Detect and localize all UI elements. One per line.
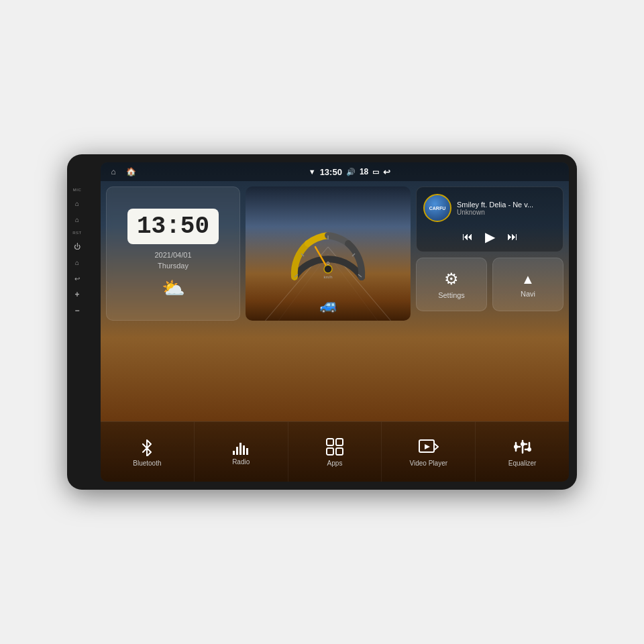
main-screen: ⌂ 🏠 ▼ 13:50 🔊 18 ▭ ↩ 13:50 bbox=[101, 162, 569, 482]
right-panel: CARFU Smiley ft. Delia - Ne v... Unknown… bbox=[416, 186, 564, 321]
prev-button[interactable]: ⏮ bbox=[462, 231, 473, 243]
volume-icon: 🔊 bbox=[346, 168, 356, 176]
speed-widget: 0 km/h 🚙 bbox=[246, 186, 411, 321]
music-info: Smiley ft. Delia - Ne v... Unknown bbox=[457, 201, 556, 216]
back-nav-icon[interactable]: ↩ bbox=[383, 167, 390, 177]
device: MIC ⌂ ⌂ RST ⏻ ⌂ ↩ + − ⌂ 🏠 ▼ 13:50 🔊 18 ▭… bbox=[67, 154, 577, 490]
svg-point-33 bbox=[527, 447, 531, 451]
bluetooth-icon bbox=[138, 437, 156, 456]
music-logo: CARFU bbox=[423, 194, 451, 222]
svg-marker-23 bbox=[434, 443, 438, 450]
svg-rect-16 bbox=[243, 445, 245, 455]
equalizer-item[interactable]: Equalizer bbox=[476, 422, 569, 482]
volume-level: 18 bbox=[360, 167, 368, 176]
video-icon bbox=[419, 437, 439, 456]
status-left: ⌂ 🏠 bbox=[107, 166, 137, 178]
status-bar: ⌂ 🏠 ▼ 13:50 🔊 18 ▭ ↩ bbox=[101, 162, 569, 181]
radio-label: Radio bbox=[232, 458, 250, 466]
video-label: Video Player bbox=[410, 460, 448, 467]
mic-label: MIC bbox=[73, 188, 82, 192]
clock-display: 13:50 bbox=[127, 209, 219, 244]
svg-rect-13 bbox=[233, 451, 235, 455]
svg-text:km/h: km/h bbox=[323, 275, 332, 279]
svg-rect-18 bbox=[327, 439, 333, 445]
app-bar: Bluetooth Radio bbox=[101, 421, 569, 482]
svg-rect-14 bbox=[236, 447, 238, 455]
side-buttons: MIC ⌂ ⌂ RST ⏻ ⌂ ↩ + − bbox=[72, 188, 82, 315]
settings-icon: ⚙ bbox=[444, 270, 459, 288]
svg-point-27 bbox=[514, 445, 518, 449]
svg-rect-17 bbox=[246, 448, 248, 455]
next-button[interactable]: ⏭ bbox=[507, 231, 518, 243]
home-button[interactable]: ⌂ bbox=[72, 258, 82, 267]
music-controls: ⏮ ▶ ⏭ bbox=[423, 229, 556, 245]
svg-point-6 bbox=[324, 265, 332, 273]
radio-item[interactable]: Radio bbox=[195, 422, 288, 482]
svg-text:0: 0 bbox=[327, 261, 329, 266]
equalizer-icon bbox=[513, 437, 532, 456]
svg-point-30 bbox=[521, 442, 525, 446]
wifi-icon: ▼ bbox=[309, 168, 316, 176]
bluetooth-label: Bluetooth bbox=[133, 460, 161, 467]
svg-rect-15 bbox=[239, 443, 241, 455]
music-title: Smiley ft. Delia - Ne v... bbox=[457, 201, 556, 209]
top-row: 13:50 2021/04/01 Thursday ⛅ bbox=[106, 186, 564, 321]
radio-icon bbox=[231, 439, 250, 455]
main-content: 13:50 2021/04/01 Thursday ⛅ bbox=[101, 181, 569, 421]
back-button[interactable]: ↩ bbox=[72, 274, 82, 283]
svg-marker-24 bbox=[425, 444, 430, 449]
settings-label: Settings bbox=[438, 291, 465, 299]
clock-time: 13:50 bbox=[137, 213, 209, 240]
status-time: 13:50 bbox=[320, 167, 342, 177]
music-top: CARFU Smiley ft. Delia - Ne v... Unknown bbox=[423, 194, 556, 222]
home2-side-button[interactable]: ⌂ bbox=[72, 215, 82, 224]
apps-item[interactable]: Apps bbox=[288, 422, 382, 482]
music-artist: Unknown bbox=[457, 209, 556, 216]
vol-up-button[interactable]: + bbox=[72, 290, 82, 299]
play-button[interactable]: ▶ bbox=[485, 229, 495, 245]
clock-date: 2021/04/01 Thursday bbox=[154, 250, 191, 272]
music-widget: CARFU Smiley ft. Delia - Ne v... Unknown… bbox=[416, 186, 564, 252]
vol-down-button[interactable]: − bbox=[72, 306, 82, 315]
quick-row: ⚙ Settings ▲ Navi bbox=[416, 258, 564, 311]
battery-icon: ▭ bbox=[372, 168, 379, 176]
recents-nav-icon[interactable]: 🏠 bbox=[125, 166, 137, 178]
navi-label: Navi bbox=[521, 290, 535, 298]
weather-icon: ⛅ bbox=[162, 277, 185, 299]
settings-button[interactable]: ⚙ Settings bbox=[416, 258, 487, 311]
navi-icon: ▲ bbox=[521, 272, 535, 287]
equalizer-label: Equalizer bbox=[508, 460, 537, 467]
svg-rect-19 bbox=[336, 439, 343, 445]
apps-label: Apps bbox=[327, 460, 343, 467]
svg-rect-20 bbox=[327, 448, 333, 455]
apps-icon bbox=[325, 437, 344, 456]
bluetooth-item[interactable]: Bluetooth bbox=[101, 422, 195, 482]
svg-rect-21 bbox=[336, 448, 343, 455]
home-side-button[interactable]: ⌂ bbox=[72, 199, 82, 208]
home-nav-icon[interactable]: ⌂ bbox=[107, 166, 119, 178]
speedometer-svg: 0 km/h bbox=[284, 223, 372, 284]
power-button[interactable]: ⏻ bbox=[72, 241, 82, 251]
clock-widget: 13:50 2021/04/01 Thursday ⛅ bbox=[106, 186, 240, 321]
car-emoji: 🚙 bbox=[319, 297, 337, 314]
video-item[interactable]: Video Player bbox=[382, 422, 476, 482]
status-center: ▼ 13:50 🔊 18 ▭ ↩ bbox=[309, 167, 391, 177]
navi-button[interactable]: ▲ Navi bbox=[492, 258, 564, 311]
rst-label: RST bbox=[72, 231, 82, 235]
